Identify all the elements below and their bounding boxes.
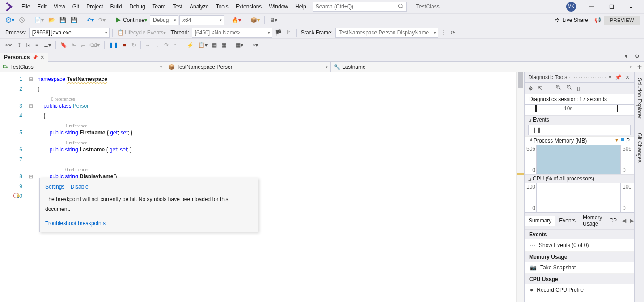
nav-type-combo[interactable]: 📦 TestNamespace.Person: [165, 62, 331, 72]
panel-title-bar[interactable]: Diagnostic Tools ····················· ▾…: [525, 72, 634, 83]
nav-member-combo[interactable]: 🔧 Lastname: [331, 62, 635, 72]
codelens[interactable]: 1 reference: [38, 138, 513, 145]
immediate-icon[interactable]: ▦: [210, 40, 219, 50]
tab-events[interactable]: Events: [555, 216, 579, 226]
flag-icon[interactable]: 🏴: [273, 28, 284, 38]
cpu-chart[interactable]: [536, 183, 621, 212]
menu-test[interactable]: Test: [169, 0, 186, 13]
close-button[interactable]: [624, 1, 638, 12]
bookmark-icon[interactable]: 🔖: [59, 40, 69, 50]
bookmark-clear-icon[interactable]: ⌫▾: [88, 40, 102, 50]
panel-dropdown-icon[interactable]: ▾: [608, 74, 612, 80]
live-share-button[interactable]: Live Share: [551, 17, 591, 23]
reset-zoom-icon[interactable]: ▯: [577, 85, 580, 92]
tabs-scroll-left-icon[interactable]: ◀: [620, 218, 628, 224]
record-cpu-link[interactable]: ● Record CPU Profile: [525, 284, 634, 296]
user-avatar[interactable]: MK: [566, 2, 576, 12]
tooltip-settings-link[interactable]: Settings: [45, 184, 64, 190]
tab-cpu[interactable]: CP: [606, 216, 620, 226]
save-all-icon[interactable]: 💾: [69, 15, 79, 25]
nav-project-combo[interactable]: C# TestClass: [0, 62, 165, 72]
maximize-button[interactable]: [605, 1, 618, 12]
step-out-icon[interactable]: ↑: [171, 40, 179, 50]
gear-icon[interactable]: ⚙: [528, 85, 533, 92]
step-over-icon[interactable]: ↷: [162, 40, 170, 50]
pin-icon[interactable]: 📌: [32, 55, 38, 60]
close-tab-icon[interactable]: ✕: [40, 55, 44, 60]
menu-analyze[interactable]: Analyze: [186, 0, 212, 13]
gc-icon[interactable]: ▼: [614, 138, 619, 143]
zoom-in-icon[interactable]: [555, 84, 562, 92]
lifecycle-events-button[interactable]: 📋 Lifecycle Events ▾: [115, 28, 168, 38]
menu-file[interactable]: File: [18, 0, 34, 13]
new-item-icon[interactable]: 📄▾: [33, 15, 46, 25]
zoom-out-icon[interactable]: [566, 84, 572, 92]
menu-project[interactable]: Project: [83, 0, 106, 13]
tab-memory[interactable]: Memory Usage: [579, 213, 606, 229]
process-dropdown[interactable]: [29668] java.exe: [29, 28, 110, 38]
browser-icon[interactable]: 🖥▾: [267, 15, 279, 25]
gear-icon[interactable]: ⚙: [633, 51, 641, 61]
menu-window[interactable]: Window: [265, 0, 292, 13]
minimize-button[interactable]: [585, 1, 598, 12]
show-next-stmt-icon[interactable]: →: [144, 40, 153, 50]
tab-overflow-icon[interactable]: ▾: [622, 51, 630, 61]
bookmark-next-icon[interactable]: ⬐: [79, 40, 87, 50]
menu-build[interactable]: Build: [107, 0, 126, 13]
threads-icon[interactable]: »▾: [251, 40, 260, 50]
config-dropdown[interactable]: Debug: [150, 15, 178, 25]
cpu-section-header[interactable]: CPU (% of all processors): [525, 174, 634, 183]
pause-icon[interactable]: ❚❚: [107, 40, 120, 50]
outdent-icon[interactable]: ≣▾: [42, 40, 53, 50]
stack-frame-dropdown[interactable]: TestNamespace.Person.DisplayName: [335, 28, 438, 38]
continue-button[interactable]: Continue ▾: [113, 15, 149, 25]
codelens[interactable]: 0 references: [38, 94, 513, 101]
document-tab[interactable]: Person.cs 📌 ✕: [0, 53, 48, 62]
tooltip-troubleshoot-link[interactable]: Troubleshoot breakpoints: [45, 218, 253, 228]
restart-icon[interactable]: ↻: [130, 40, 138, 50]
abc-icon[interactable]: abc: [4, 40, 14, 50]
open-icon[interactable]: 📂: [47, 15, 57, 25]
menu-extensions[interactable]: Extensions: [232, 0, 266, 13]
popout-icon[interactable]: ⇱: [538, 85, 542, 92]
panel-pin-icon[interactable]: 📌: [614, 74, 623, 80]
platform-dropdown[interactable]: x64: [179, 15, 224, 25]
back-nav-icon[interactable]: ▾: [4, 15, 16, 25]
breakpoints-icon[interactable]: 📋▾: [196, 40, 209, 50]
stack-icon[interactable]: ⋮: [439, 28, 448, 38]
show-events-link[interactable]: ⋯ Show Events (0 of 0): [525, 239, 634, 252]
refresh-stack-icon[interactable]: ⟳: [449, 28, 457, 38]
codelens[interactable]: 0 references: [38, 164, 513, 172]
memory-chart[interactable]: [536, 145, 621, 174]
preview-button[interactable]: PREVIEW: [604, 16, 640, 25]
solution-explorer-tab[interactable]: Solution Explorer: [636, 75, 644, 121]
fold-gutter[interactable]: ⊟⊟⊟: [27, 72, 35, 302]
redo-icon[interactable]: ↷▾: [97, 15, 107, 25]
git-changes-tab[interactable]: Git Changes: [636, 130, 644, 165]
run-to-cursor-icon[interactable]: ↧: [15, 40, 23, 50]
code-content[interactable]: namespace TestNamespace { 0 references p…: [35, 72, 516, 302]
menu-team[interactable]: Team: [149, 0, 169, 13]
undo-icon[interactable]: ↶▾: [85, 15, 96, 25]
menu-view[interactable]: View: [50, 0, 69, 13]
tooltip-disable-link[interactable]: Disable: [71, 184, 89, 190]
indent-icon[interactable]: ≡: [33, 40, 41, 50]
step-into-icon[interactable]: ↓: [153, 40, 161, 50]
diag-timeline[interactable]: 10s: [525, 105, 634, 115]
menu-help[interactable]: Help: [292, 0, 310, 13]
bookmark-prev-icon[interactable]: ⬑: [70, 40, 78, 50]
memory-icon[interactable]: ▦▾: [234, 40, 245, 50]
menu-debug[interactable]: Debug: [126, 0, 148, 13]
split-view-icon[interactable]: ✚: [635, 62, 644, 72]
forward-nav-icon[interactable]: [17, 15, 27, 25]
panel-close-icon[interactable]: ✕: [624, 74, 631, 80]
global-search-input[interactable]: Search (Ctrl+Q): [313, 2, 407, 12]
take-snapshot-link[interactable]: 📷 Take Snapshot: [525, 262, 634, 274]
menu-git[interactable]: Git: [69, 0, 83, 13]
memory-section-header[interactable]: ◢ Process Memory (MB) ▼ P: [525, 136, 634, 145]
events-section-header[interactable]: Events: [525, 115, 634, 124]
publish-icon[interactable]: 📦▾: [249, 15, 262, 25]
code-editor[interactable]: 1 2 3 4 5 6 7 8 9 10 ⊟⊟⊟ namespace TestN…: [0, 72, 524, 302]
editor-scrollbar[interactable]: [516, 72, 524, 302]
tab-summary[interactable]: Summary: [525, 216, 555, 226]
